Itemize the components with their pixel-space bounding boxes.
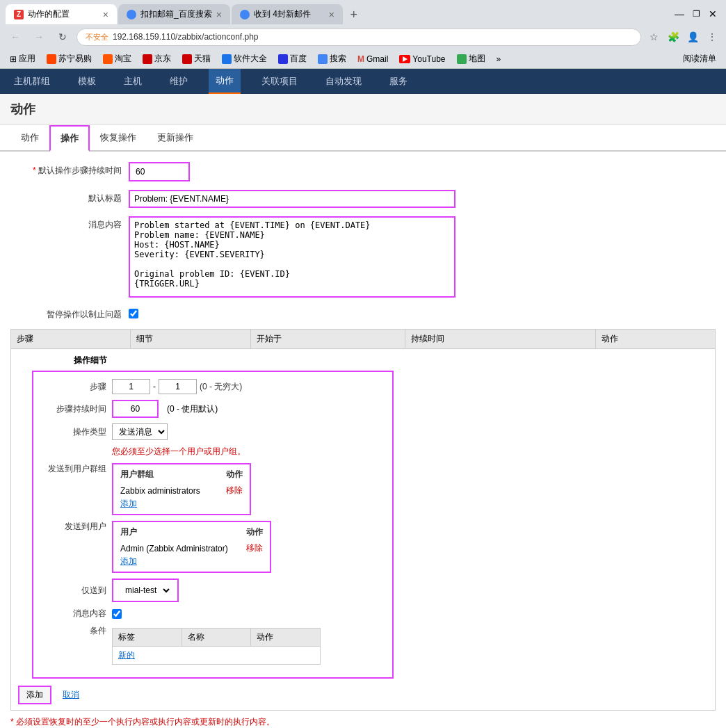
step-range-row: 步骤 - (0 - 无穷大) [44,379,382,394]
default-title-input[interactable] [130,191,454,207]
cancel-button[interactable]: 取消 [63,689,79,701]
user-group-row: Zabbix administrators 移除 [120,485,243,496]
step-from-input[interactable] [112,379,150,394]
nav-auto-discover[interactable]: 自动发现 [318,70,369,93]
profile-button[interactable]: 👤 [684,29,701,45]
taobao-icon [103,54,113,64]
bookmark-taobao[interactable]: 淘宝 [99,51,136,66]
tab-close-3[interactable]: × [329,10,334,19]
tab-title-1: 动作的配置 [28,8,99,20]
tab-close-1[interactable]: × [103,10,108,19]
tab-operation[interactable]: 操作 [49,125,90,152]
bookmark-baidu[interactable]: 百度 [274,51,311,66]
reading-list-button[interactable]: 阅读清单 [679,51,720,66]
close-window-button[interactable]: ✕ [705,6,720,22]
message-content-textarea[interactable]: Problem started at {EVENT.TIME} on {EVEN… [130,218,454,294]
table-row: 操作细节 步骤 - [11,349,716,711]
tab-title-3: 收到 4封新邮件 [254,8,325,20]
form-buttons: 添加 取消 [18,686,708,704]
tmall-icon [182,54,192,64]
bookmark-gmail[interactable]: M Gmail [353,53,392,65]
bookmark-software[interactable]: 软件大全 [218,51,271,66]
only-to-select[interactable]: mial-test [119,583,172,598]
back-button[interactable]: ← [6,27,25,47]
nav-host[interactable]: 主机 [117,70,149,93]
browser-tab-2[interactable]: 扣扣邮箱_百度搜索 × [118,4,230,24]
step-range: - (0 - 无穷大) [112,379,242,394]
tab-favicon-1: Z [14,10,24,19]
operations-section: 步骤 细节 开始于 持续时间 动作 操作细节 [10,329,716,711]
only-to-label: 仅送到 [44,585,106,597]
only-to-box: mial-test [112,579,179,602]
tab-recovery[interactable]: 恢复操作 [90,125,147,150]
nav-action[interactable]: 动作 [209,69,241,94]
tab-favicon-3 [240,10,250,19]
step-duration-hint: (0 - 使用默认) [167,403,218,415]
tab-close-2[interactable]: × [216,10,222,19]
bookmark-apps[interactable]: ⊞ 应用 [6,51,40,66]
user-group-name: Zabbix administrators [120,486,208,496]
menu-button[interactable]: ⋮ [704,29,720,45]
msg-content-check-label: 消息内容 [44,608,106,620]
nav-host-group[interactable]: 主机群组 [7,70,57,93]
cond-add-row: 新的 [113,647,321,665]
search-bm-icon [318,54,328,64]
bookmark-tmall[interactable]: 天猫 [178,51,215,66]
add-button[interactable]: 添加 [18,686,51,704]
user-add-button[interactable]: 添加 [120,556,263,567]
step-label: 步骤 [44,381,106,393]
forward-button[interactable]: → [29,27,49,47]
bookmark-label-suning: 苏宁易购 [58,53,92,65]
conditions-row: 条件 标签 名称 动作 [44,625,382,665]
footer-note: * 必须设置恢复时的至少一个执行内容或执行内容或更新时的执行内容。 [10,716,716,728]
step-duration-input[interactable] [116,402,154,416]
browser-tab-1[interactable]: Z 动作的配置 × [6,4,117,24]
ops-col-start: 开始于 [250,330,405,349]
pause-checkbox[interactable] [129,309,138,318]
step-duration-row: 步骤持续时间 (0 - 使用默认) [44,400,382,418]
nav-service[interactable]: 服务 [382,70,414,93]
bookmark-suning[interactable]: 苏宁易购 [42,51,96,66]
user-action-col-label: 动作 [228,526,263,538]
msg-content-checkbox[interactable] [112,609,122,619]
bookmark-youtube[interactable]: YouTube [395,53,449,65]
bookmark-search[interactable]: 搜索 [314,51,350,66]
user-box: 用户 动作 Admin (Zabbix Administrator) 移除 [112,521,271,573]
default-step-duration-input[interactable] [131,165,187,179]
minimize-button[interactable]: — [672,6,687,22]
step-to-input[interactable] [159,379,197,394]
user-group-remove-button[interactable]: 移除 [208,485,243,496]
tab-favicon-2 [127,10,136,19]
apps-icon: ⊞ [10,54,17,64]
restore-button[interactable]: ❐ [688,6,704,22]
new-tab-button[interactable]: + [344,5,364,24]
nav-related-items[interactable]: 关联项目 [255,70,305,93]
software-icon [222,54,232,64]
default-step-duration-row: 默认操作步骤持续时间 [10,162,716,181]
bookmark-maps[interactable]: 地图 [453,51,490,66]
bookmarks-more-button[interactable]: » [492,53,506,65]
cond-add-new-button[interactable]: 新的 [118,650,135,660]
star-button[interactable]: ☆ [645,29,662,45]
browser-tab-3[interactable]: 收到 4封新邮件 × [232,4,343,24]
op-type-select[interactable]: 发送消息 [112,423,168,440]
tab-action[interactable]: 动作 [10,125,49,150]
user-remove-button[interactable]: 移除 [228,542,263,554]
form-content: 默认操作步骤持续时间 默认标题 消息内容 Problem started at … [0,152,726,728]
user-add-label: 添加 [120,556,137,566]
extensions-button[interactable]: 🧩 [665,29,681,45]
refresh-button[interactable]: ↻ [53,27,72,47]
user-header: 用户 动作 [120,526,263,540]
tab-update[interactable]: 更新操作 [147,125,204,150]
operations-table: 步骤 细节 开始于 持续时间 动作 操作细节 [10,329,716,711]
nav-maintenance[interactable]: 维护 [163,70,195,93]
user-col-label: 用户 [120,526,228,538]
nav-template[interactable]: 模板 [71,70,103,93]
bookmarks-bar: ⊞ 应用 苏宁易购 淘宝 京东 天猫 软件大全 百度 搜索 [0,49,726,69]
default-title-label: 默认标题 [10,190,122,204]
user-group-action-col-label: 动作 [208,469,243,480]
address-bar[interactable]: 不安全 192.168.159.110/zabbix/actionconf.ph… [76,29,641,46]
message-content-row: 消息内容 Problem started at {EVENT.TIME} on … [10,216,716,298]
bookmark-jd[interactable]: 京东 [138,51,175,66]
user-group-add-button[interactable]: 添加 [120,498,243,510]
